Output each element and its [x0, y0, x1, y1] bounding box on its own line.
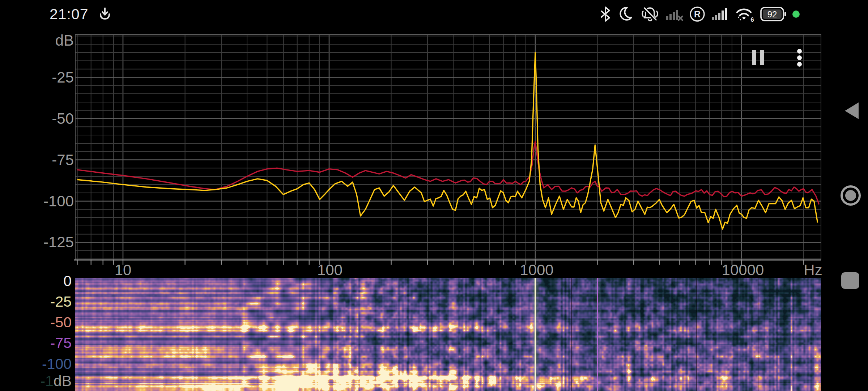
- spectrogram-scale-label: -75: [50, 335, 72, 352]
- spectrogram-unit-row: -1dB: [40, 373, 72, 390]
- more-options-icon: [797, 55, 802, 60]
- y-tick-label: -25: [52, 69, 74, 86]
- app-screen: 21:07: [0, 0, 868, 391]
- pause-icon: [752, 50, 756, 65]
- nav-home-button[interactable]: [841, 185, 861, 206]
- nav-home-icon: [845, 190, 856, 201]
- spectrogram-waterfall[interactable]: [75, 278, 821, 391]
- nav-recents-button[interactable]: [841, 272, 859, 289]
- spectrogram-unit-label: dB: [54, 373, 72, 389]
- x-tick-label: 10: [115, 261, 132, 279]
- spectrogram-scale-label-clipped: -1: [40, 373, 53, 389]
- y-axis-unit-label: dB: [55, 32, 74, 49]
- pause-button[interactable]: [746, 47, 769, 68]
- x-tick-label: 1000: [520, 261, 553, 279]
- spectrogram-scale-label: -100: [42, 356, 72, 373]
- nav-back-button[interactable]: [845, 102, 859, 119]
- navigation-bar: [838, 0, 868, 391]
- y-tick-label: -50: [52, 110, 74, 127]
- x-tick-label: 10000: [722, 261, 764, 279]
- more-options-icon: [797, 62, 802, 67]
- y-tick-label: -75: [52, 151, 74, 169]
- spectrogram-scale-label: -50: [50, 314, 72, 331]
- y-tick-label: -100: [43, 193, 74, 210]
- overflow-menu-button[interactable]: [791, 46, 808, 69]
- spectrogram-scale-label: 0: [63, 273, 72, 290]
- x-tick-label: 100: [317, 261, 342, 279]
- x-axis-unit-label: Hz: [804, 261, 822, 279]
- y-tick-label: -125: [43, 234, 74, 251]
- pause-icon: [760, 50, 764, 65]
- more-options-icon: [797, 49, 802, 54]
- spectrogram-scale-label: -25: [50, 293, 72, 310]
